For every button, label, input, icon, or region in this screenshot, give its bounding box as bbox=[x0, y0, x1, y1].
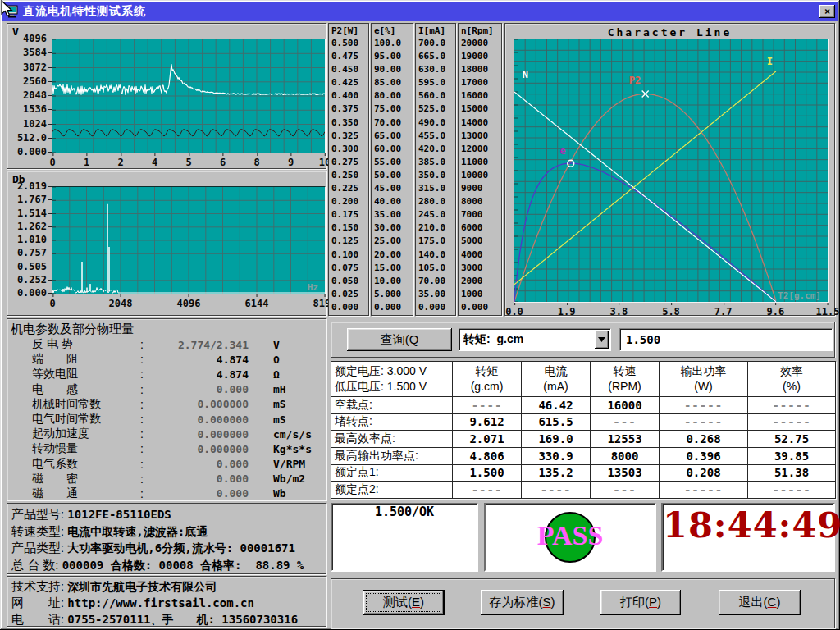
character-line-panel: Character Line NP2eIT2[g.cm]0.01.93.85.8… bbox=[504, 23, 835, 316]
parameter-colon: : bbox=[140, 458, 148, 471]
results-cell: 4.806 bbox=[453, 447, 522, 464]
scale-value: 80.00 bbox=[372, 89, 413, 103]
scale-value: 5000 bbox=[459, 235, 501, 248]
scale-value: 75.00 bbox=[372, 103, 413, 116]
parameter-unit: Ω bbox=[273, 368, 280, 381]
parameter-row: 起动加速度:0.000000cm/s/s bbox=[7, 427, 326, 441]
clock-box: 18:44:49 bbox=[661, 503, 835, 572]
product-info-line: 转速类型: 电流中取转速,滤波器:底通 bbox=[7, 523, 326, 541]
curve-label-N: N bbox=[523, 69, 528, 80]
x-axis-tick-label: 0 bbox=[49, 157, 55, 168]
parameter-row: 电气系数:0.000V/RPM bbox=[7, 457, 326, 472]
results-cell: 0.208 bbox=[660, 464, 748, 482]
scale-value: 315.0 bbox=[416, 182, 455, 195]
scale-value: 0.225 bbox=[329, 182, 368, 195]
parameter-value: 4.874 bbox=[148, 354, 249, 366]
scale-value: 60.00 bbox=[372, 143, 413, 156]
scale-value: 10000 bbox=[459, 169, 501, 182]
close-button[interactable]: × bbox=[819, 5, 835, 18]
results-row: 堵转点:9.612615.5------------- bbox=[331, 413, 836, 431]
save-standard-button[interactable]: 存为标准(S) bbox=[481, 590, 564, 615]
parameter-unit: V bbox=[273, 339, 280, 351]
results-cell: 16000 bbox=[591, 397, 660, 414]
parameter-row: 反 电 势:2.774/2.341V bbox=[7, 337, 326, 352]
panel-scope-plot bbox=[52, 39, 326, 153]
parameter-label: 机械时间常数 bbox=[32, 397, 140, 412]
scale-value: 0.025 bbox=[329, 288, 368, 301]
support-line-value: http://www.firstsail.com.cn bbox=[67, 596, 254, 609]
scale-column-header: I[mA] bbox=[416, 24, 455, 37]
curve-label-I: I bbox=[767, 56, 773, 67]
y-axis-tick-label: 1024 bbox=[9, 118, 47, 130]
scale-value: 35.00 bbox=[372, 208, 413, 221]
scale-value: 665.0 bbox=[416, 50, 455, 63]
scale-value: 0.125 bbox=[329, 235, 368, 248]
parameters-title: 机电参数及部分物理量 bbox=[7, 319, 326, 337]
parameter-colon: : bbox=[140, 383, 148, 396]
pass-label: PASS bbox=[486, 520, 655, 551]
hotkey-underline: C bbox=[768, 595, 777, 609]
scale-value: 385.0 bbox=[416, 156, 455, 169]
scale-value: 105.0 bbox=[416, 262, 455, 275]
parameter-label: 磁 密 bbox=[32, 472, 140, 486]
scale-value: 0.375 bbox=[329, 103, 368, 116]
parameter-colon: : bbox=[140, 413, 148, 426]
scale-value: 455.0 bbox=[416, 130, 455, 143]
y-axis-tick-label: 1.767 bbox=[9, 194, 47, 205]
results-cell: --- bbox=[591, 482, 660, 499]
scale-value: 6000 bbox=[459, 221, 501, 235]
y-axis-tick-label: 3072 bbox=[9, 62, 47, 73]
curve-label-P2: P2 bbox=[629, 75, 641, 86]
results-cell: ----- bbox=[748, 482, 836, 499]
scale-value: 70.00 bbox=[416, 275, 455, 288]
support-info-line: 技术支持: 深圳市先航电子技术有限公司 bbox=[7, 578, 326, 595]
y-axis-tick-label: 0.000 bbox=[9, 287, 47, 299]
combobox-value: 转矩: g.cm bbox=[463, 332, 523, 347]
spectrum-x-unit-label: Hz bbox=[308, 282, 318, 293]
y-axis-tick-label: 2560 bbox=[9, 75, 47, 87]
parameter-colon: : bbox=[140, 472, 148, 486]
torque-unit-combobox[interactable]: 转矩: g.cm bbox=[459, 328, 611, 351]
chevron-down-icon[interactable] bbox=[595, 331, 609, 349]
parameter-colon: : bbox=[140, 442, 148, 455]
x-axis-tick-label: 9.6 bbox=[766, 306, 784, 317]
query-button[interactable]: 查询(Q bbox=[347, 328, 452, 351]
scale-value: 55.00 bbox=[372, 156, 413, 169]
product-line-label: 产品类型: bbox=[11, 541, 67, 555]
test-button[interactable]: 测试(E) bbox=[363, 590, 445, 615]
scale-value: 0.450 bbox=[329, 63, 368, 76]
results-row-label: 额定点1: bbox=[331, 464, 453, 482]
x-axis-tick-label: 1 bbox=[84, 157, 89, 168]
scale-value: 0.275 bbox=[329, 156, 368, 169]
y-axis-tick-label: 4096 bbox=[9, 33, 47, 44]
parameter-colon: : bbox=[140, 487, 148, 500]
scale-column-header: e[%] bbox=[372, 24, 413, 37]
x-axis-tick-label: 5 bbox=[185, 157, 191, 168]
scale-value: 0.200 bbox=[329, 195, 368, 208]
x-axis-tick-label: 7.7 bbox=[714, 306, 733, 317]
results-cell: 46.42 bbox=[522, 397, 591, 414]
parameter-colon: : bbox=[140, 398, 148, 411]
exit-button[interactable]: 退出(C) bbox=[719, 590, 801, 615]
parameter-label: 磁 通 bbox=[32, 486, 140, 501]
window-title: 直流电机特性测试系统 bbox=[23, 4, 146, 19]
y-axis-tick-label: 1.262 bbox=[9, 221, 47, 232]
parameter-row: 等效电阻:4.874Ω bbox=[7, 367, 326, 381]
torque-value-input[interactable] bbox=[619, 328, 833, 351]
results-row-label: 空载点: bbox=[331, 397, 453, 414]
results-header-row: 额定电压: 3.000 V低压电压: 1.500 V 转矩(g.cm)电流(mA… bbox=[331, 362, 836, 397]
results-cell: 0.268 bbox=[660, 431, 748, 448]
close-icon: × bbox=[824, 6, 830, 17]
x-axis-tick-label: 4 bbox=[152, 157, 158, 168]
print-button[interactable]: 打印(P) bbox=[600, 590, 681, 615]
support-info-line: 网 址: http://www.firstsail.com.cn bbox=[7, 595, 326, 611]
parameter-row: 转动惯量:0.000000Kg*s*s bbox=[7, 441, 326, 456]
parameter-label: 端 阻 bbox=[32, 352, 140, 367]
scale-value: 280.0 bbox=[416, 195, 455, 208]
pass-indicator-box: PASS bbox=[484, 503, 656, 572]
app-window: 直流电机特性测试系统 × V 4096358430722560204815361… bbox=[0, 0, 840, 630]
parameter-unit: mS bbox=[273, 398, 286, 410]
product-line-label: 转速类型: bbox=[11, 524, 67, 538]
parameter-value: 0.000 bbox=[148, 458, 249, 470]
title-bar: 直流电机特性测试系统 × bbox=[2, 2, 838, 21]
